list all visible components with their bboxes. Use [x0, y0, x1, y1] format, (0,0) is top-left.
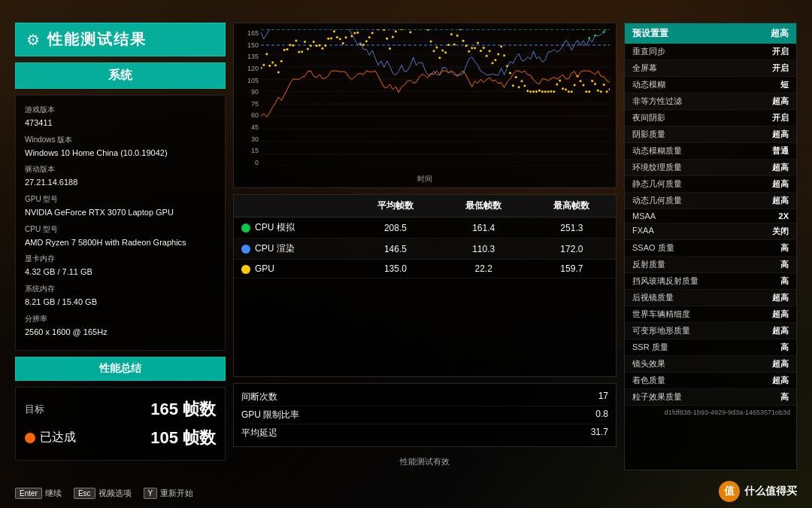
y-axis-label: 120: [247, 65, 259, 72]
setting-label: 后视镜质量: [632, 292, 674, 303]
setting-row: 夜间阴影开启: [625, 110, 796, 126]
setting-value: 超高: [772, 178, 789, 190]
stats-avg-cell: 146.5: [351, 239, 439, 260]
y-axis-label: 75: [251, 100, 259, 108]
setting-row: 可变形地形质量超高: [625, 323, 796, 339]
settings-header: 预设置置 超高: [625, 23, 796, 44]
button-hint: Esc视频选项: [74, 488, 132, 499]
reached-label-text: 已达成: [40, 430, 76, 446]
setting-label: 静态几何质量: [632, 178, 682, 190]
setting-label: SSAO 质量: [632, 242, 674, 254]
extra-stats: 间断次数17GPU 限制比率0.8平均延迟31.7: [233, 383, 617, 447]
system-info-row: 分辨率2560 x 1600 @ 165Hz: [25, 312, 216, 339]
y-axis-label: 165: [247, 29, 259, 37]
setting-row: 粒子效果质量高: [625, 389, 796, 406]
chart-x-label: 时间: [234, 174, 616, 184]
key-badge[interactable]: Enter: [15, 488, 42, 499]
settings-header-right: 超高: [771, 27, 789, 40]
watermark-icon: 值: [719, 481, 740, 502]
setting-value: 开启: [772, 46, 789, 57]
setting-value: 高: [780, 391, 789, 403]
stats-name-cell: CPU 渲染: [234, 239, 351, 260]
color-dot-icon: [241, 265, 250, 274]
setting-row: 全屏幕开启: [625, 60, 796, 77]
orange-circle-icon: [25, 433, 35, 443]
setting-label: 全屏幕: [632, 62, 657, 74]
info-value: 473411: [25, 116, 216, 130]
setting-value: 超高: [772, 358, 789, 370]
y-axis-label: 30: [251, 135, 259, 143]
y-axis-label: 150: [247, 41, 259, 49]
hash-text: d1fdf838-1b93-4929-9d3a-14653571ob3d: [625, 406, 796, 419]
setting-label: 夜间阴影: [632, 112, 665, 123]
info-value: 2560 x 1600 @ 165Hz: [25, 325, 216, 339]
y-axis-label: 90: [251, 88, 259, 96]
hint-text: 视频选项: [98, 488, 132, 499]
stats-name-cell: CPU 模拟: [234, 217, 351, 239]
extra-value: 0.8: [595, 409, 608, 421]
setting-row: 动态模糊质量普通: [625, 143, 796, 160]
setting-label: FXAA: [632, 226, 654, 237]
setting-value: 高: [780, 342, 789, 353]
y-axis-label: 0: [255, 159, 259, 166]
extra-label: GPU 限制比率: [241, 409, 299, 421]
system-header: 系统: [15, 62, 226, 89]
stats-max-cell: 251.3: [528, 217, 616, 239]
system-info-row: CPU 型号AMD Ryzen 7 5800H with Radeon Grap…: [25, 223, 216, 250]
color-dot-icon: [241, 224, 250, 233]
y-axis-label: 135: [247, 53, 259, 60]
setting-value: 超高: [772, 309, 789, 320]
target-label: 目标: [25, 403, 44, 416]
info-label: 游戏版本: [25, 103, 216, 116]
y-axis-label: 15: [251, 147, 259, 154]
info-label: 系统内存: [25, 282, 216, 295]
reached-value: 105 帧数: [150, 427, 216, 449]
stats-max-cell: 172.0: [528, 239, 616, 260]
watermark-text: 什么值得买: [744, 485, 797, 498]
extra-stat-row: 平均延迟31.7: [241, 424, 608, 442]
info-value: 27.21.14.6188: [25, 175, 216, 190]
setting-value: 超高: [772, 162, 789, 173]
info-label: 驱动版本: [25, 163, 216, 175]
stats-min-cell: 161.4: [440, 217, 528, 239]
setting-label: 阴影质量: [632, 129, 665, 140]
key-badge[interactable]: Y: [144, 488, 158, 499]
setting-value: 超高: [772, 325, 789, 336]
watermark: 值 什么值得买: [719, 481, 797, 502]
stats-column-header: 最高帧数: [528, 195, 616, 217]
center-panel: 1651501351201059075604530150 时间 平均帧数最低帧数…: [233, 23, 617, 470]
setting-row: 动态模糊短: [625, 77, 796, 93]
setting-row: 后视镜质量超高: [625, 290, 796, 306]
stats-avg-cell: 135.0: [351, 260, 439, 278]
system-info-row: GPU 型号NVIDIA GeForce RTX 3070 Laptop GPU: [25, 193, 216, 220]
setting-value: 短: [780, 79, 789, 90]
perf-header: 性能总结: [15, 357, 226, 381]
stats-column-header: 最低帧数: [440, 195, 528, 217]
target-value: 165 帧数: [150, 398, 216, 421]
setting-row: 挡风玻璃反射质量高: [625, 273, 796, 290]
setting-row: 动态几何质量超高: [625, 193, 796, 209]
stats-row: CPU 渲染146.5110.3172.0: [234, 239, 616, 260]
setting-row: MSAA2X: [625, 209, 796, 224]
y-axis-label: 60: [251, 111, 259, 119]
y-axis-label: 105: [247, 77, 259, 84]
stats-avg-cell: 208.5: [351, 217, 439, 239]
setting-row: 非等方性过滤超高: [625, 93, 796, 110]
performance-chart: [261, 29, 610, 166]
setting-value: 超高: [772, 375, 789, 386]
extra-label: 平均延迟: [241, 427, 277, 440]
system-info-row: Windows 版本Windows 10 Home China (10.0.19…: [25, 133, 216, 160]
stats-column-header: 平均帧数: [351, 195, 439, 217]
setting-value: 2X: [779, 211, 789, 221]
chart-container: 1651501351201059075604530150 时间: [233, 23, 617, 188]
setting-value: 超高: [772, 195, 789, 206]
y-axis-label: 45: [251, 123, 259, 131]
system-info-row: 系统内存8.21 GB / 15.40 GB: [25, 282, 216, 309]
bottom-bar: Enter继续Esc视频选项Y重新开始: [15, 488, 193, 499]
reached-label-group: 已达成: [25, 430, 76, 446]
setting-row: 阴影质量超高: [625, 126, 796, 143]
setting-value: 超高: [772, 96, 789, 107]
key-badge[interactable]: Esc: [74, 488, 95, 499]
setting-value: 开启: [772, 112, 789, 123]
perf-summary: 目标 165 帧数 已达成 105 帧数: [15, 387, 226, 461]
